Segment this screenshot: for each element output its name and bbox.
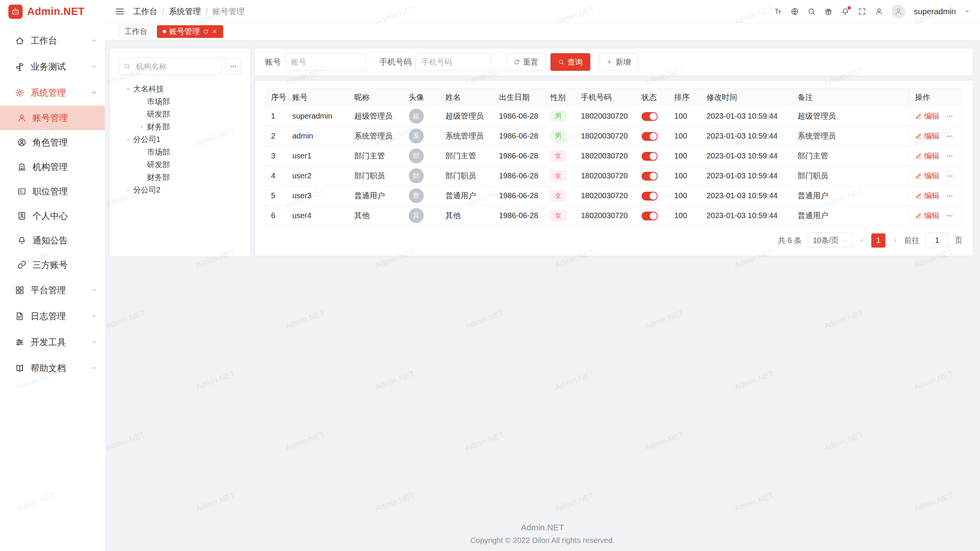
- cell-ops: 编辑: [910, 206, 962, 226]
- user-avatar[interactable]: [892, 5, 905, 18]
- sidebar-item-docs[interactable]: 帮助文档: [0, 355, 105, 381]
- account-input[interactable]: [285, 53, 366, 71]
- sidebar-item-home[interactable]: 工作台: [0, 28, 105, 54]
- row-more-button[interactable]: [946, 192, 953, 199]
- hamburger-menu-icon[interactable]: [115, 7, 125, 16]
- status-switch[interactable]: [642, 212, 658, 220]
- search-icon[interactable]: [807, 7, 816, 16]
- goto-page-input[interactable]: [926, 233, 949, 248]
- sidebar-subitem-role[interactable]: 角色管理: [0, 130, 105, 155]
- chevron-down-icon[interactable]: [964, 8, 970, 14]
- org-search-input[interactable]: [119, 57, 222, 75]
- phone-input[interactable]: [415, 53, 492, 71]
- notification-badge: [848, 6, 851, 10]
- tree-node[interactable]: 财务部: [119, 121, 241, 133]
- tab-workbench[interactable]: 工作台: [119, 25, 153, 38]
- sidebar-item-guide[interactable]: 业务测试: [0, 54, 105, 80]
- sidebar-item-log[interactable]: 日志管理: [0, 303, 105, 329]
- gender-tag: 女: [550, 170, 567, 181]
- sidebar-subitem-position[interactable]: 职位管理: [0, 179, 105, 204]
- username[interactable]: superadmin: [914, 7, 956, 16]
- tree-node[interactable]: 研发部: [119, 108, 241, 121]
- row-more-button[interactable]: [946, 153, 953, 160]
- theme-icon[interactable]: [824, 7, 833, 16]
- row-more-button[interactable]: [946, 173, 953, 179]
- sidebar-item-gear[interactable]: 系统管理: [0, 80, 105, 106]
- breadcrumb-item-workbench[interactable]: 工作台: [133, 6, 157, 17]
- tree-caret-icon[interactable]: [122, 137, 133, 142]
- cell-status: [636, 186, 669, 206]
- tree-caret-icon[interactable]: [122, 187, 133, 193]
- notifications-icon[interactable]: [841, 7, 849, 16]
- status-switch[interactable]: [642, 172, 658, 181]
- sidebar-subitem-user[interactable]: 账号管理: [0, 106, 105, 130]
- tools-icon: [15, 337, 24, 347]
- tree-caret-icon[interactable]: [136, 124, 147, 130]
- font-size-icon[interactable]: [774, 7, 782, 16]
- sidebar-subitem-bell[interactable]: 通知公告: [0, 228, 105, 253]
- sidebar-item-label: 帮助文档: [31, 362, 91, 374]
- reset-label: 重置: [523, 57, 538, 67]
- edit-button[interactable]: 编辑: [915, 111, 939, 121]
- tree-node[interactable]: 市场部: [119, 95, 241, 108]
- tab-close-icon[interactable]: [212, 29, 217, 34]
- search-button[interactable]: 查询: [550, 53, 590, 71]
- row-more-button[interactable]: [946, 133, 953, 140]
- page-size-select[interactable]: 10条/页: [808, 233, 853, 248]
- page-unit-label: 页: [955, 235, 962, 246]
- tree-node[interactable]: 分公司2: [119, 184, 241, 196]
- breadcrumb-item-system[interactable]: 系统管理: [169, 6, 201, 17]
- reset-button[interactable]: 重置: [506, 53, 546, 71]
- sidebar-item-grid[interactable]: 平台管理: [0, 277, 105, 303]
- prev-page-button[interactable]: [859, 237, 865, 244]
- tree-caret-icon[interactable]: [122, 86, 133, 92]
- edit-button[interactable]: 编辑: [915, 210, 939, 221]
- sidebar-item-tools[interactable]: 开发工具: [0, 329, 105, 355]
- column-header: 账号: [287, 89, 349, 106]
- tree-node[interactable]: 分公司1: [119, 133, 241, 146]
- add-button[interactable]: 新增: [599, 53, 639, 71]
- tree-node[interactable]: 研发部: [119, 158, 241, 171]
- content-area: 大名科技市场部研发部财务部分公司1市场部研发部财务部分公司2 账号 手机号码 重…: [105, 41, 980, 551]
- edit-button[interactable]: 编辑: [915, 171, 939, 181]
- app-logo[interactable]: Admin.NET: [0, 0, 105, 23]
- cell-modified: 2023-01-03 10:59:44: [701, 106, 792, 126]
- tree-more-button[interactable]: [225, 58, 241, 74]
- sidebar-subitem-profile[interactable]: 个人中心: [0, 204, 105, 228]
- sidebar-subitem-org[interactable]: 机构管理: [0, 155, 105, 179]
- tree-node-label: 大名科技: [133, 84, 164, 94]
- sidebar-item-label: 日志管理: [31, 310, 91, 322]
- status-switch[interactable]: [642, 152, 658, 161]
- tab-refresh-icon[interactable]: [203, 29, 209, 34]
- row-more-button[interactable]: [946, 212, 953, 219]
- edit-button[interactable]: 编辑: [915, 151, 939, 161]
- cell-nickname: 部门职员: [349, 166, 403, 186]
- goto-label: 前往: [904, 235, 920, 246]
- status-switch[interactable]: [642, 112, 658, 121]
- row-more-button[interactable]: [946, 113, 953, 120]
- edit-button[interactable]: 编辑: [915, 131, 939, 141]
- chevron-up-icon: [91, 90, 97, 96]
- tree-node[interactable]: 大名科技: [119, 83, 241, 95]
- cell-account: user1: [287, 146, 349, 166]
- page-number-1[interactable]: 1: [871, 233, 885, 248]
- tab-account-management[interactable]: 账号管理: [157, 25, 223, 38]
- gender-tag: 女: [550, 150, 567, 161]
- column-header: 昵称: [349, 89, 403, 106]
- fullscreen-icon[interactable]: [858, 7, 866, 16]
- status-switch[interactable]: [642, 132, 658, 141]
- tab-label: 账号管理: [169, 26, 200, 37]
- cell-name: 系统管理员: [440, 126, 494, 146]
- next-page-button[interactable]: [892, 237, 898, 244]
- sidebar-subitem-link[interactable]: 三方账号: [0, 253, 105, 277]
- tree-node[interactable]: 财务部: [119, 171, 241, 184]
- language-icon[interactable]: [791, 7, 799, 16]
- cell-avatar: 系: [403, 126, 440, 146]
- edit-button[interactable]: 编辑: [915, 191, 939, 201]
- profile-icon[interactable]: [875, 7, 883, 16]
- edit-label: 编辑: [924, 131, 939, 141]
- row-avatar: 部: [409, 148, 424, 163]
- edit-icon: [915, 133, 922, 140]
- tree-node[interactable]: 市场部: [119, 146, 241, 158]
- status-switch[interactable]: [642, 192, 658, 201]
